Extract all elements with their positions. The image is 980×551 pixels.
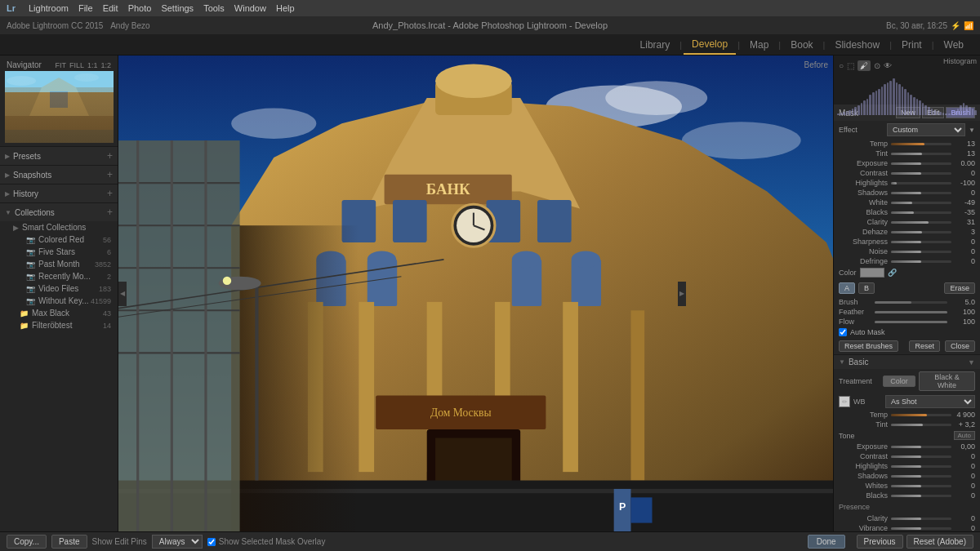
reset-adobe-btn[interactable]: Reset (Adobe) <box>906 535 973 549</box>
nav-fill[interactable]: FILL <box>69 61 84 69</box>
coll-max-black[interactable]: 📁 Max Black 43 <box>0 307 118 319</box>
coll-five-stars[interactable]: 📷 Five Stars 6 <box>0 246 118 258</box>
menu-lightroom[interactable]: Lightroom <box>29 3 69 13</box>
clarity-basic-slider[interactable] <box>891 518 951 520</box>
highlights-slider[interactable] <box>891 182 951 184</box>
hist-tool-gradient[interactable]: ⬚ <box>847 61 854 70</box>
mask-reset-btn[interactable]: Reset <box>909 340 940 352</box>
defringe-slider[interactable] <box>891 260 951 263</box>
basic-temp-row: Temp 4 900 <box>834 410 980 420</box>
nav-zoom1[interactable]: 1:1 <box>87 61 98 69</box>
menu-help[interactable]: Help <box>276 3 295 13</box>
reset-brushes-btn[interactable]: Reset Brushes <box>839 340 898 352</box>
tab-book[interactable]: Book <box>782 36 821 54</box>
tint-slider[interactable] <box>891 153 951 155</box>
nav-fit[interactable]: FIT <box>55 61 66 69</box>
left-panel-toggle[interactable]: ◀ <box>118 282 127 306</box>
navigator-title: Navigator <box>7 60 42 69</box>
history-add[interactable]: + <box>107 188 113 199</box>
nav-zoom2[interactable]: 1:2 <box>100 61 111 69</box>
color-treatment-btn[interactable]: Color <box>883 375 915 387</box>
show-edit-pins-select[interactable]: Always <box>152 535 203 549</box>
basic-tint-slider[interactable] <box>891 424 951 426</box>
copy-btn[interactable]: Copy... <box>7 535 47 549</box>
hist-tool-brush[interactable]: 🖌 <box>858 60 871 71</box>
coll-without-key[interactable]: 📷 Without Key... 41599 <box>0 295 118 307</box>
show-mask-overlay-checkbox[interactable] <box>207 538 216 546</box>
auto-tone-btn[interactable]: Auto <box>954 431 975 440</box>
basic-section-header[interactable]: ▼ Basic ▼ <box>834 355 980 369</box>
collections-add[interactable]: + <box>107 207 113 218</box>
menu-edit[interactable]: Edit <box>103 3 118 13</box>
feather-slider[interactable] <box>875 311 947 313</box>
sharpness-slider[interactable] <box>891 241 951 243</box>
snapshots-header[interactable]: ▶ Snapshots + <box>0 166 118 184</box>
noise-slider[interactable] <box>891 251 951 253</box>
coll-video[interactable]: 📷 Video Files 183 <box>0 282 118 295</box>
basic-shadows-slider[interactable] <box>891 475 951 478</box>
coll-past-month[interactable]: 📷 Past Month 3852 <box>0 258 118 270</box>
right-panel-toggle[interactable]: ▶ <box>678 282 686 306</box>
tab-library[interactable]: Library <box>632 36 679 54</box>
dehaze-slider[interactable] <box>891 231 951 233</box>
exposure-slider[interactable] <box>891 162 951 165</box>
menu-file[interactable]: File <box>78 3 93 13</box>
histogram-chart <box>837 74 977 115</box>
erase-btn[interactable]: Erase <box>944 282 975 294</box>
basic-exposure-slider[interactable] <box>891 446 951 448</box>
hist-tool-circle[interactable]: ○ <box>839 61 844 70</box>
presets-header[interactable]: ▶ Presets + <box>0 147 118 165</box>
presets-add[interactable]: + <box>107 150 113 162</box>
basic-blacks-slider[interactable] <box>891 495 951 497</box>
menu-photo[interactable]: Photo <box>128 3 152 13</box>
wb-dropdown[interactable]: As Shot <box>885 395 975 408</box>
blacks-slider[interactable] <box>891 211 951 214</box>
clarity-slider[interactable] <box>891 221 951 224</box>
temp-slider[interactable] <box>891 143 951 145</box>
tab-slideshow[interactable]: Slideshow <box>826 36 888 54</box>
basic-temp-slider[interactable] <box>891 414 951 416</box>
smart-collections-group[interactable]: ▶ Smart Collections <box>0 221 118 233</box>
tab-develop[interactable]: Develop <box>684 35 736 55</box>
menu-settings[interactable]: Settings <box>161 3 194 13</box>
menu-tools[interactable]: Tools <box>203 3 225 13</box>
history-header[interactable]: ▶ History + <box>0 184 118 202</box>
collections-header[interactable]: ▼ Collections + <box>0 203 118 221</box>
wb-picker[interactable]: ✏ <box>839 396 850 407</box>
exposure-label: Exposure <box>839 159 888 167</box>
paste-btn[interactable]: Paste <box>51 535 87 549</box>
effect-dropdown[interactable]: Custom <box>887 123 965 136</box>
mask-close-btn[interactable]: Close <box>945 340 975 352</box>
tab-web[interactable]: Web <box>936 36 972 54</box>
menu-window[interactable]: Window <box>234 3 266 13</box>
basic-whites-slider[interactable] <box>891 485 951 487</box>
previous-btn[interactable]: Previous <box>857 535 903 549</box>
tab-print[interactable]: Print <box>893 36 930 54</box>
brush-b-btn[interactable]: B <box>858 282 875 294</box>
vibrance-slider[interactable] <box>891 527 951 530</box>
user-info: Adobe Lightroom CC 2015 Andy Bezo <box>7 21 150 30</box>
done-btn[interactable]: Done <box>808 535 845 549</box>
brush-size-slider[interactable] <box>875 301 947 304</box>
hist-tool-eye[interactable]: 👁 <box>884 61 892 70</box>
shadows-slider[interactable] <box>891 192 951 194</box>
bw-treatment-btn[interactable]: Black & White <box>919 371 975 391</box>
coll-filterobtest[interactable]: 📁 Filteröbtest 14 <box>0 319 118 331</box>
auto-mask-checkbox[interactable] <box>839 328 847 336</box>
snapshots-add[interactable]: + <box>107 169 113 180</box>
basic-more-btn[interactable]: ▼ <box>968 358 975 367</box>
coll-colored-red[interactable]: 📷 Colored Red 56 <box>0 233 118 246</box>
basic-contrast-slider[interactable] <box>891 455 951 458</box>
shadows-label: Shadows <box>839 189 888 197</box>
color-swatch[interactable] <box>860 268 884 278</box>
white-slider[interactable] <box>891 202 951 204</box>
flow-row: Flow 100 <box>834 317 980 327</box>
tab-map[interactable]: Map <box>742 36 777 54</box>
svg-rect-1 <box>5 87 114 143</box>
brush-a-btn[interactable]: A <box>839 282 855 294</box>
coll-recently[interactable]: 📷 Recently Mo... 2 <box>0 270 118 282</box>
contrast-slider[interactable] <box>891 172 951 175</box>
flow-slider[interactable] <box>875 321 947 323</box>
hist-tool-radial[interactable]: ⊙ <box>874 61 880 70</box>
basic-highlights-slider[interactable] <box>891 465 951 468</box>
